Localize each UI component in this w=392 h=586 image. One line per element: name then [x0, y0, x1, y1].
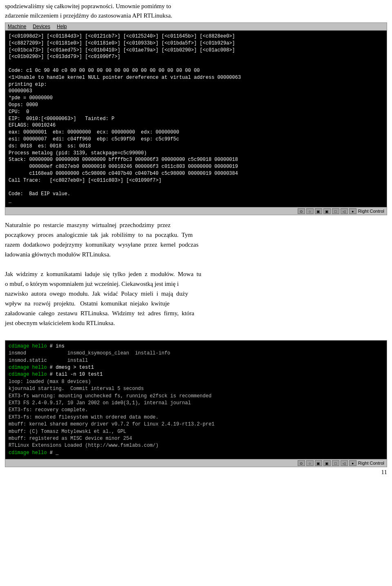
statusbar2-icon-1: ⊙	[298, 460, 305, 466]
prompt-1: cdimage hello	[9, 343, 47, 349]
prompt-hash-3: #	[47, 372, 56, 377]
output-10: mbuff: (C) Tomasz Motylewski et al., GPL	[9, 429, 126, 434]
top-text-block: spodziewaliśmy się całkowitej poprawnośc…	[0, 0, 392, 22]
statusbar-icon-4: ▣	[323, 208, 331, 214]
page-number: 11	[0, 467, 392, 476]
page-number-value: 11	[381, 469, 387, 475]
terminal-statusbar-1: ⊙ ○ ▣ ▣ □ ◁ ● Right Control	[5, 207, 387, 215]
right-control-label-2: Right Control	[358, 461, 384, 466]
output-6: EXT3 FS 2.4-0.9.17, 10 Jan 2002 on ide0(…	[9, 400, 191, 406]
statusbar2-icon-7: ●	[349, 460, 356, 466]
prompt-hash-1: #	[47, 343, 56, 349]
output-3: loop: loaded (max 8 devices)	[9, 379, 91, 385]
statusbar-icon-5: □	[332, 208, 339, 214]
statusbar2-icon-4: ▣	[323, 460, 331, 466]
right-control-label-1: Right Control	[358, 209, 384, 214]
statusbar-icon-2: ○	[306, 208, 314, 214]
terminal-window-1: Machine Devices Help [<c01098d2>] [<c011…	[5, 22, 387, 215]
statusbar2-icon-5: □	[332, 460, 339, 466]
top-line1: spodziewaliśmy się całkowitej poprawnośc…	[5, 3, 171, 9]
statusbar2-icon-2: ○	[306, 460, 314, 466]
terminal-statusbar-2: ⊙ ○ ▣ ▣ □ ◁ ● Right Control	[5, 459, 387, 467]
statusbar2-icon-3: ▣	[315, 460, 322, 466]
output-4: kjournald starting. Commit interval 5 se…	[9, 386, 144, 392]
output-12: RTLinux Extensions Loaded (http://www.fs…	[9, 443, 158, 448]
prompt-3: cdimage hello	[9, 372, 47, 377]
terminal-body-1: [<c01098d2>] [<c01184d3>] [<c0121cb7>] […	[5, 31, 387, 207]
statusbar-icons-1: ⊙ ○ ▣ ▣ □ ◁ ●	[298, 208, 356, 214]
statusbar-icon-7: ●	[349, 208, 356, 214]
statusbar-icon-1: ⊙	[298, 208, 305, 214]
terminal-menubar-1[interactable]: Machine Devices Help	[5, 23, 387, 31]
output-8: EXT3-fs: mounted filesystem with ordered…	[9, 414, 158, 420]
output-2: insmod.static install	[9, 358, 88, 363]
bottom-text-block: Jak widzimy z komunikatami ładuje się ty…	[0, 267, 392, 337]
middle-paragraph-1: Naturalnie po restarcie maszyny wirtualn…	[5, 220, 387, 259]
output-7: EXT3-fs: recovery complete.	[9, 407, 88, 413]
terminal-body-2: cdimage hello # ins insmod insmod_ksymoo…	[5, 341, 387, 459]
prompt-hash-2: #	[47, 365, 56, 370]
output-9: mbuff: kernel shared memory driver v0.7.…	[9, 421, 214, 427]
menu-devices[interactable]: Devices	[33, 24, 50, 29]
cmd-1: ins	[56, 343, 65, 349]
cursor-final: _	[56, 450, 58, 456]
prompt-hash-4: #	[47, 450, 56, 456]
middle-text-block: Naturalnie po restarcie maszyny wirtualn…	[0, 215, 392, 267]
menu-machine[interactable]: Machine	[8, 24, 26, 29]
menu-help[interactable]: Help	[57, 24, 67, 29]
bottom-paragraph-1: Jak widzimy z komunikatami ładuje się ty…	[5, 269, 387, 328]
output-1: insmod insmod_ksymoops_clean install-inf…	[9, 350, 170, 356]
statusbar-icon-6[interactable]: ◁	[341, 208, 348, 214]
terminal-window-2: cdimage hello # ins insmod insmod_ksymoo…	[5, 340, 387, 467]
cmd-3: tail -n 10 test1	[56, 372, 102, 377]
cmd-2: dmesg > test1	[56, 365, 94, 370]
output-5: EXT3-fs warning: mounting unchecked fs, …	[9, 393, 212, 399]
output-11: mbuff: registered as MISC device minor 2…	[9, 436, 132, 441]
statusbar-icons-2: ⊙ ○ ▣ ▣ □ ◁ ●	[298, 460, 356, 466]
prompt-4: cdimage hello	[9, 450, 47, 456]
top-line2: zdarzenie milczeniem i przejdźmy do zast…	[5, 12, 172, 19]
prompt-2: cdimage hello	[9, 365, 47, 370]
statusbar-icon-3: ▣	[315, 208, 322, 214]
statusbar2-icon-6[interactable]: ◁	[341, 460, 348, 466]
